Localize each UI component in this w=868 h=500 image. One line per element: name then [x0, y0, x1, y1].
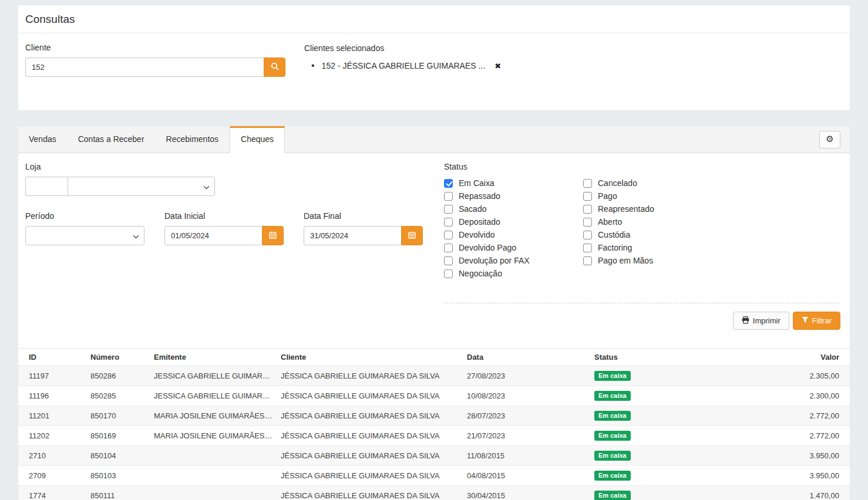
checkbox[interactable]: [583, 179, 592, 188]
cell-status: Em caixa: [591, 426, 718, 446]
tab[interactable]: Vendas: [18, 126, 68, 153]
status-checkbox-item[interactable]: Devolvido Pago: [444, 241, 583, 254]
cell-data: 10/08/2023: [463, 386, 591, 406]
data-inicial-calendar-button[interactable]: [262, 226, 284, 245]
col-header-valor: Valor: [718, 349, 850, 366]
data-final-input[interactable]: [304, 226, 401, 245]
checkbox-label: Custódia: [598, 230, 630, 239]
col-header-id: ID: [18, 349, 87, 366]
checkbox[interactable]: [444, 218, 453, 227]
calendar-icon: [408, 231, 416, 241]
checkbox[interactable]: [444, 269, 453, 278]
checkbox[interactable]: [583, 231, 592, 239]
loja-group: [25, 177, 215, 196]
status-checkbox-item[interactable]: Devolvido: [444, 228, 583, 241]
periodo-select[interactable]: [25, 226, 144, 245]
checkbox[interactable]: [444, 205, 453, 214]
status-checkbox-item[interactable]: Sacado: [444, 202, 583, 215]
status-checkbox-item[interactable]: Custódia: [583, 228, 654, 241]
table-row: 11197 850286 JESSICA GABRIELLE GUIMARAES…: [18, 366, 850, 386]
checkbox[interactable]: [583, 218, 592, 227]
status-column-2: Cancelado Pago Reapresentado: [583, 177, 654, 280]
status-badge: Em caixa: [594, 391, 631, 401]
checkbox-label: Cancelado: [598, 178, 637, 188]
client-search-button[interactable]: [264, 58, 285, 77]
status-checkbox-item[interactable]: Factoring: [583, 241, 654, 254]
panel-header: Consultas: [18, 5, 850, 33]
cell-data: 04/08/2015: [463, 466, 591, 486]
tab-label: Recebimentos: [166, 134, 219, 144]
cell-emitente: MARIA JOSILENE GUIMARÃES SILVA: [150, 426, 277, 446]
checkbox-label: Pago: [598, 191, 617, 201]
checkbox-label: Pago em Mãos: [598, 256, 653, 265]
checkbox[interactable]: [444, 179, 453, 188]
checkbox[interactable]: [444, 192, 453, 201]
calendar-icon: [269, 231, 277, 241]
checkbox[interactable]: [444, 256, 453, 265]
status-checkbox-item[interactable]: Pago: [583, 190, 654, 202]
checkbox[interactable]: [583, 256, 592, 265]
cell-data: 30/04/2015: [463, 486, 591, 500]
status-checkbox-item[interactable]: Cancelado: [583, 177, 654, 190]
checkbox-label: Devolvido Pago: [459, 243, 516, 252]
status-checkbox-item[interactable]: Pago em Mãos: [583, 254, 654, 267]
loja-code-input[interactable]: [25, 177, 68, 196]
cell-emitente: JESSICA GABRIELLE GUIMARAES D...: [150, 386, 277, 406]
checkbox[interactable]: [583, 192, 592, 201]
data-inicial-input[interactable]: [164, 226, 262, 245]
cell-cliente: JÉSSICA GABRIELLE GUIMARAES DA SILVA: [277, 386, 463, 406]
checkbox[interactable]: [583, 205, 592, 214]
imprimir-button[interactable]: Imprimir: [733, 312, 789, 330]
status-label: Status: [444, 162, 840, 171]
status-badge: Em caixa: [594, 411, 631, 421]
search-icon: [271, 62, 279, 72]
checkbox[interactable]: [583, 244, 592, 252]
cell-status: Em caixa: [591, 406, 718, 426]
checkbox[interactable]: [444, 231, 453, 239]
tab[interactable]: Recebimentos: [156, 126, 230, 153]
cell-numero: 850170: [87, 406, 150, 426]
status-checkbox-item[interactable]: Aberto: [583, 215, 654, 228]
client-search-input[interactable]: [25, 58, 264, 77]
periodo-group: Período: [25, 211, 144, 245]
selected-clients-label: Clientes selecionados: [304, 43, 501, 53]
cell-valor: 3.950,00: [718, 446, 850, 466]
status-checkbox-item[interactable]: Reapresentado: [583, 202, 654, 215]
loja-select[interactable]: [68, 177, 215, 196]
cell-cliente: JÉSSICA GABRIELLE GUIMARAES DA SILVA: [277, 366, 463, 386]
status-checkbox-item[interactable]: Em Caixa: [444, 177, 583, 190]
tab[interactable]: Contas a Receber: [68, 126, 156, 153]
cell-valor: 1.470,00: [718, 486, 850, 500]
cell-numero: 850169: [87, 426, 150, 446]
checkbox-label: Repassado: [459, 191, 500, 201]
cell-status: Em caixa: [591, 386, 718, 406]
col-header-emitente: Emitente: [150, 349, 277, 366]
cell-numero: 850286: [87, 366, 150, 386]
data-final-calendar-button[interactable]: [401, 226, 423, 245]
cell-data: 27/08/2023: [463, 366, 591, 386]
status-checkbox-item[interactable]: Negociação: [444, 267, 583, 280]
checkbox[interactable]: [444, 244, 453, 252]
cell-cliente: JÉSSICA GABRIELLE GUIMARAES DA SILVA: [277, 446, 463, 466]
data-final-group: Data Final: [304, 211, 423, 245]
remove-client-icon[interactable]: ✖: [494, 62, 501, 70]
status-checkbox-item[interactable]: Repassado: [444, 190, 583, 202]
cell-id: 2709: [18, 466, 87, 486]
cell-numero: 850111: [87, 486, 150, 500]
cell-id: 11196: [18, 386, 87, 406]
cell-id: 11202: [18, 426, 87, 446]
tab-label: Vendas: [29, 134, 56, 144]
status-checkbox-item[interactable]: Devolução por FAX: [444, 254, 583, 267]
cell-id: 1774: [18, 486, 87, 500]
checkbox-label: Sacado: [459, 204, 486, 214]
cell-numero: 850103: [87, 466, 150, 486]
checkbox-label: Devolvido: [459, 230, 494, 239]
cell-id: 2710: [18, 446, 87, 466]
checkbox-label: Devolução por FAX: [459, 256, 530, 265]
tab[interactable]: Cheques: [230, 126, 285, 153]
status-checkbox-item[interactable]: Depositado: [444, 215, 583, 228]
filtrar-button[interactable]: Filtrar: [793, 312, 840, 330]
filter-left-section: Loja Período: [25, 162, 444, 339]
status-badge: Em caixa: [594, 431, 631, 441]
settings-button[interactable]: ⚙: [819, 131, 840, 148]
